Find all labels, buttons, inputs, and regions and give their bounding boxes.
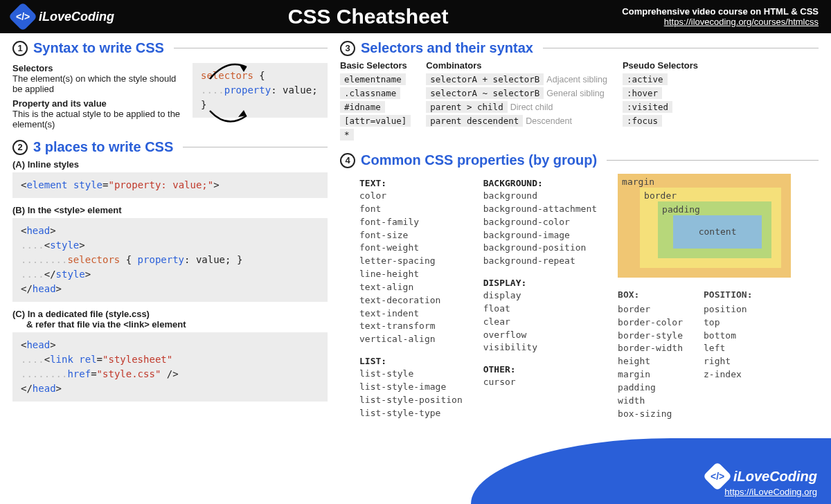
chip: :focus <box>623 115 662 127</box>
header: </> iLoveCoding CSS Cheatsheet Comprehen… <box>0 0 831 33</box>
chip: elementname <box>340 73 406 85</box>
chip: :hover <box>623 87 662 99</box>
section-4-head: 4 Common CSS properties (by group) <box>340 152 819 168</box>
selectors-desc: The element(s) on which the style should… <box>12 73 186 94</box>
chip: selectorA + selectorB <box>426 73 544 85</box>
section-2-head: 2 3 places to write CSS <box>12 139 328 155</box>
section-4-title: Common CSS properties (by group) <box>361 152 597 168</box>
section-1-head: 1 Syntax to write CSS <box>12 40 328 56</box>
combinators-heading: Combinators <box>426 60 607 71</box>
file-subheading: & refer that file via the <link> element <box>12 319 328 330</box>
style-heading: (B) In the <style> element <box>12 205 328 215</box>
position-group-heading: POSITION: <box>704 289 752 302</box>
section-2-bullet: 2 <box>12 140 28 155</box>
chip: parent > child <box>426 101 507 113</box>
arrow-icon-2 <box>206 98 255 133</box>
inline-codebox: <element style="property: value;"> <box>12 172 328 198</box>
chip: parent descendent <box>426 115 523 127</box>
section-2-title: 3 places to write CSS <box>33 139 173 155</box>
chip: * <box>340 129 354 141</box>
selectors-table: Basic Selectors elementname .classname #… <box>340 60 819 143</box>
bg-group-heading: BACKGROUND: <box>483 178 597 188</box>
selectors-heading: Selectors <box>12 63 186 73</box>
propval-heading: Property and its value <box>12 98 186 109</box>
section-4-bullet: 4 <box>340 153 355 168</box>
brand-name: iLoveCoding <box>39 10 114 24</box>
file-codebox: <head> ....<link rel="stylesheet" ......… <box>12 332 328 402</box>
file-heading: (C) In a dedicated file (style.css) <box>12 309 328 319</box>
propval-desc: This is the actual style to be applied t… <box>12 109 186 129</box>
chip: [attr=value] <box>340 115 411 127</box>
pseudo-heading: Pseudo Selectors <box>623 60 698 71</box>
course-label: Comprehensive video course on HTML & CSS <box>622 6 819 17</box>
box-group-heading: BOX: <box>618 289 683 302</box>
chip: :active <box>623 73 668 85</box>
other-group-heading: OTHER: <box>483 364 597 375</box>
chip: .classname <box>340 87 400 99</box>
section-3-head: 3 Selectors and their syntax <box>340 40 819 56</box>
arrow-icon-1 <box>206 55 255 89</box>
section-3-bullet: 3 <box>340 41 355 56</box>
display-group-heading: DISPLAY: <box>483 278 597 288</box>
text-group-heading: TEXT: <box>359 178 463 188</box>
style-codebox: <head> ....<style> ........selectors { p… <box>12 218 328 302</box>
course-info: Comprehensive video course on HTML & CSS… <box>622 6 819 27</box>
footer-logo: </> iLoveCoding <box>707 466 817 487</box>
page-title: CSS Cheatsheet <box>114 5 622 28</box>
logo-icon: </> <box>8 2 37 31</box>
brand-logo: </> iLoveCoding <box>12 6 114 27</box>
box-model-diagram: margin border padding content <box>618 174 791 278</box>
section-1-title: Syntax to write CSS <box>33 40 164 56</box>
properties-groups: TEXT: colorfontfont-familyfont-sizefont-… <box>340 174 819 420</box>
inline-heading: (A) Inline styles <box>12 159 328 170</box>
chip: #idname <box>340 101 385 113</box>
list-group-heading: LIST: <box>359 356 463 366</box>
chip: :visited <box>623 101 672 113</box>
section-3-title: Selectors and their syntax <box>361 40 533 56</box>
footer: </> iLoveCoding https://iLoveCoding.org <box>707 466 817 497</box>
basic-selectors-heading: Basic Selectors <box>340 60 411 71</box>
chip: selectorA ~ selectorB <box>426 87 544 99</box>
box-model-content: content <box>673 215 762 249</box>
section-1-bullet: 1 <box>12 41 28 56</box>
footer-brand: iLoveCoding <box>733 469 817 485</box>
footer-link[interactable]: https://iLoveCoding.org <box>724 487 817 497</box>
course-link[interactable]: https://ilovecoding.org/courses/htmlcss <box>664 17 819 27</box>
